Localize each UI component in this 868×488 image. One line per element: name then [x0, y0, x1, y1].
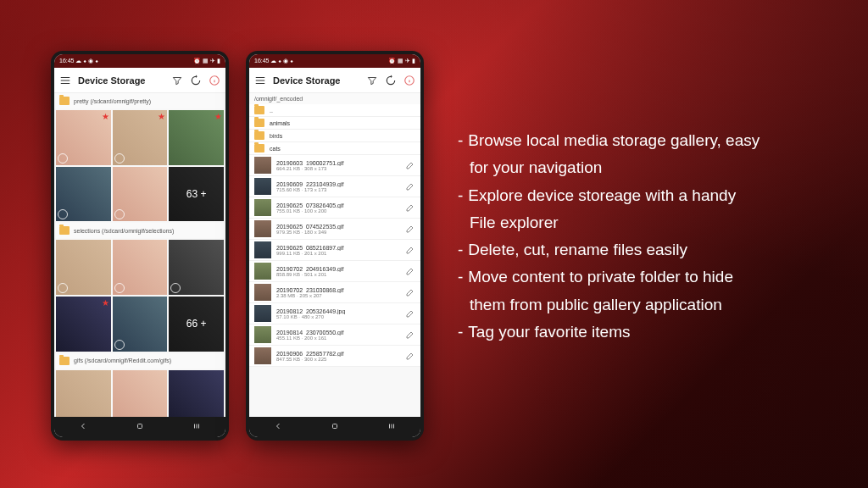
file-meta: 664.21 KB · 308 x 173: [276, 166, 405, 171]
thumbnail[interactable]: ★: [113, 110, 168, 165]
file-item[interactable]: 20190702_204916349.gif858.89 KB · 501 x …: [249, 261, 420, 282]
file-meta: 979.35 KB · 180 x 349: [276, 230, 405, 235]
refresh-icon[interactable]: [385, 75, 397, 86]
folder-icon: [254, 106, 264, 114]
thumbnail[interactable]: [113, 297, 168, 352]
thumbnail[interactable]: [169, 370, 224, 417]
edit-icon[interactable]: [405, 266, 415, 276]
section-header[interactable]: gifs (/sdcard/omnigif/Reddit.com/gifs): [54, 353, 225, 369]
feature-line: -Browse local media storage gallery, eas…: [458, 127, 834, 154]
file-thumb: [254, 305, 271, 322]
back-icon[interactable]: [78, 419, 88, 435]
file-meta: 999.11 KB · 201 x 201: [276, 251, 405, 256]
phone-gallery: 16:45 ☁ ⬥ ◉ ⬥ ⏰ ▦ ✈ ▮ Device Storage: [51, 51, 229, 441]
statusbar: 16:45 ☁ ⬥ ◉ ⬥ ⏰ ▦ ✈ ▮: [54, 54, 225, 68]
thumbnail[interactable]: [169, 240, 224, 295]
file-item[interactable]: 20190603_190002751.gif664.21 KB · 308 x …: [249, 155, 420, 176]
file-name: 20190609_223104939.gif: [276, 181, 405, 187]
file-meta: 755.01 KB · 100 x 200: [276, 208, 405, 214]
file-name: 20190603_190002751.gif: [276, 160, 405, 166]
filter-icon[interactable]: [171, 75, 183, 86]
thumbnail[interactable]: ★: [56, 297, 111, 352]
file-meta: 57.10 KB · 480 x 270: [276, 314, 405, 319]
section-header[interactable]: selections (/sdcard/omnigif/selections): [54, 223, 225, 238]
thumbnail[interactable]: 66 +: [169, 297, 224, 352]
recents-icon[interactable]: [192, 419, 202, 435]
folder-icon: [59, 97, 70, 105]
thumbnail[interactable]: [56, 167, 111, 222]
file-meta: 455.11 KB · 200 x 161: [276, 336, 405, 341]
edit-icon[interactable]: [405, 351, 415, 361]
edit-icon[interactable]: [405, 202, 415, 213]
file-name: 20190812_205326449.jpg: [276, 308, 405, 314]
file-item[interactable]: 20190906_225857782.gif847.55 KB · 300 x …: [249, 346, 420, 367]
thumbnail[interactable]: [113, 370, 168, 417]
appbar-title: Device Storage: [78, 75, 164, 86]
file-name: 20190625_073826405.gif: [276, 202, 405, 208]
thumbnail[interactable]: [56, 240, 111, 295]
home-icon[interactable]: [135, 419, 145, 435]
file-name: 20190702_231030868.gif: [276, 287, 405, 293]
file-name: 20190814_230700550.gif: [276, 330, 405, 336]
thumbnail[interactable]: [56, 370, 111, 417]
file-thumb: [254, 284, 271, 301]
android-navbar: [54, 417, 225, 437]
folder-name: cats: [270, 146, 415, 152]
folder-name: animals: [270, 120, 415, 126]
explorer-content[interactable]: /omnigif/_encoded ..animalsbirdscats 201…: [249, 93, 420, 417]
recents-icon[interactable]: [387, 419, 397, 435]
edit-icon[interactable]: [405, 245, 415, 255]
folder-icon: [59, 226, 70, 235]
edit-icon[interactable]: [405, 287, 415, 297]
file-item[interactable]: 20190625_074522535.gif979.35 KB · 180 x …: [249, 219, 420, 240]
edit-icon[interactable]: [405, 308, 415, 319]
file-meta: 2.38 MB · 205 x 207: [276, 293, 405, 298]
gallery-content[interactable]: pretty (/sdcard/omnigif/pretty) ★ ★ ★ 63…: [54, 93, 225, 417]
phone-explorer: 16:45 ☁ ⬥ ◉ ⬥ ⏰ ▦ ✈ ▮ Device Storage: [246, 51, 424, 441]
file-name: 20190906_225857782.gif: [276, 351, 405, 357]
more-count: 63 +: [169, 167, 224, 222]
appbar: Device Storage: [54, 68, 225, 93]
file-thumb: [254, 263, 271, 280]
folder-item[interactable]: birds: [249, 130, 420, 142]
refresh-icon[interactable]: [190, 75, 202, 86]
file-thumb: [254, 220, 271, 237]
file-item[interactable]: 20190625_085216897.gif999.11 KB · 201 x …: [249, 240, 420, 261]
appbar-title: Device Storage: [273, 75, 359, 86]
file-item[interactable]: 20190814_230700550.gif455.11 KB · 200 x …: [249, 324, 420, 346]
edit-icon[interactable]: [405, 224, 415, 234]
star-icon: ★: [214, 112, 222, 121]
thumbnail[interactable]: [113, 240, 168, 295]
svg-rect-3: [332, 424, 337, 429]
info-icon[interactable]: [403, 75, 415, 86]
phone-mockups: 16:45 ☁ ⬥ ◉ ⬥ ⏰ ▦ ✈ ▮ Device Storage: [51, 51, 424, 441]
folder-item[interactable]: ..: [249, 104, 420, 117]
more-count: 66 +: [169, 297, 224, 352]
section-header[interactable]: pretty (/sdcard/omnigif/pretty): [54, 93, 225, 108]
feature-line: -Delete, cut, rename files easily: [458, 236, 834, 263]
star-icon: ★: [102, 298, 109, 308]
home-icon[interactable]: [330, 419, 340, 435]
file-item[interactable]: 20190702_231030868.gif2.38 MB · 205 x 20…: [249, 282, 420, 303]
folder-item[interactable]: cats: [249, 142, 420, 155]
file-name: 20190702_204916349.gif: [276, 266, 405, 272]
edit-icon[interactable]: [405, 181, 415, 191]
file-thumb: [254, 157, 271, 174]
file-item[interactable]: 20190609_223104939.gif715.60 KB · 173 x …: [249, 176, 420, 197]
thumbnail[interactable]: 63 +: [169, 167, 224, 222]
thumbnail[interactable]: [113, 167, 168, 222]
menu-icon[interactable]: [59, 75, 71, 86]
thumbnail[interactable]: ★: [169, 110, 224, 165]
edit-icon[interactable]: [405, 160, 415, 170]
filter-icon[interactable]: [366, 75, 378, 86]
info-icon[interactable]: [209, 75, 220, 86]
edit-icon[interactable]: [405, 330, 415, 340]
folder-item[interactable]: animals: [249, 117, 420, 130]
file-item[interactable]: 20190625_073826405.gif755.01 KB · 100 x …: [249, 197, 420, 219]
file-item[interactable]: 20190812_205326449.jpg57.10 KB · 480 x 2…: [249, 303, 420, 324]
menu-icon[interactable]: [254, 75, 266, 86]
feature-line: -Tag your favorite items: [458, 319, 834, 346]
back-icon[interactable]: [273, 419, 283, 435]
thumbnail[interactable]: ★: [56, 110, 111, 165]
feature-line: -Explore device storeage with a handy: [458, 182, 834, 209]
